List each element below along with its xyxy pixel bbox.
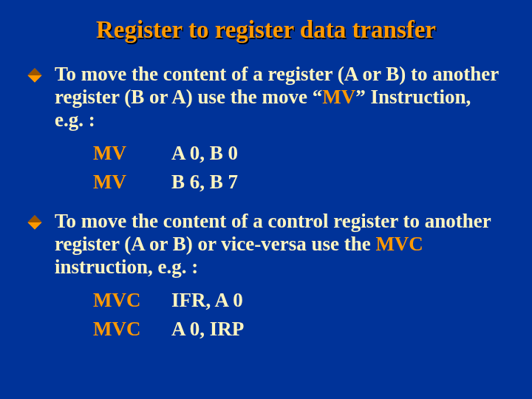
operands: B 6, B 7 xyxy=(171,171,238,194)
code-row: MVC A 0, IRP xyxy=(93,318,502,341)
slide: Register to register data transfer To mo… xyxy=(0,0,532,399)
code-row: MV A 0, B 0 xyxy=(93,142,502,165)
code-block-1: MV A 0, B 0 MV B 6, B 7 xyxy=(93,142,502,194)
code-block-2: MVC IFR, A 0 MVC A 0, IRP xyxy=(93,289,502,341)
bullet-2-text: To move the content of a control registe… xyxy=(55,210,502,279)
code-row: MVC IFR, A 0 xyxy=(93,289,502,312)
bullet-icon xyxy=(27,68,42,83)
operands: IFR, A 0 xyxy=(171,289,243,312)
mnemonic: MVC xyxy=(93,289,171,312)
bullet-icon xyxy=(27,215,42,230)
bullet-1-text: To move the content of a register (A or … xyxy=(55,63,502,132)
bullet-1: To move the content of a register (A or … xyxy=(30,63,502,132)
bullet-2-pre: To move the content of a control registe… xyxy=(55,210,491,255)
bullet-2-post: instruction, e.g. : xyxy=(55,256,198,278)
mnemonic: MVC xyxy=(93,318,171,341)
bullet-2: To move the content of a control registe… xyxy=(30,210,502,279)
slide-title: Register to register data transfer xyxy=(30,16,502,44)
operands: A 0, IRP xyxy=(171,318,244,341)
mnemonic: MV xyxy=(93,142,171,165)
code-row: MV B 6, B 7 xyxy=(93,171,502,194)
mnemonic: MV xyxy=(93,171,171,194)
operands: A 0, B 0 xyxy=(171,142,238,165)
bullet-1-hl: MV xyxy=(322,86,355,108)
bullet-2-hl: MVC xyxy=(375,233,423,255)
